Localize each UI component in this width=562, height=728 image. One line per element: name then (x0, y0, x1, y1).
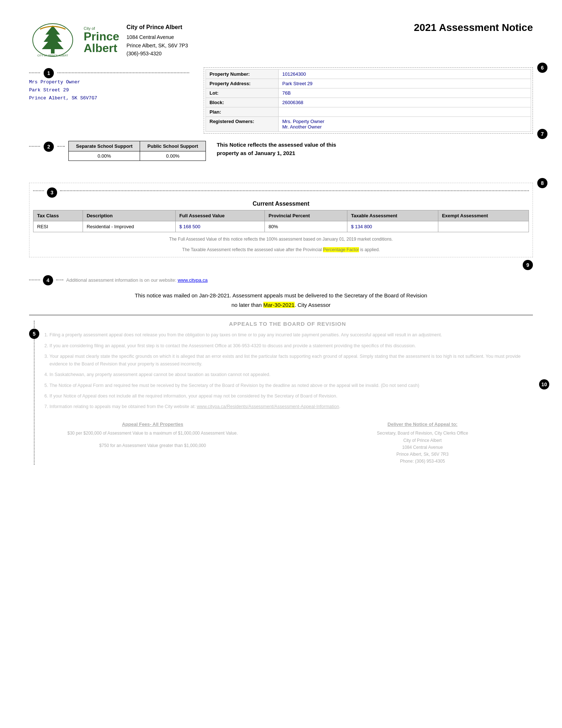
deliver-text: Secretary, Board of Revision, City Clerk… (312, 430, 533, 465)
property-owners-row: Registered Owners: Mrs. Poperty Owner Mr… (206, 117, 531, 132)
fee-section: Appeal Fees- All Properties $30 per $200… (42, 422, 533, 465)
city-logo: CITY OF PRINCE ALBERT (29, 22, 76, 58)
dotted-line-3-2 (60, 190, 529, 191)
school-table: Separate School Support Public School Su… (68, 141, 206, 161)
property-address-label: Property Address: (206, 79, 279, 88)
badge-5-col: 5 (29, 321, 39, 465)
badge-7: 7 (537, 129, 547, 139)
city-name-logo: City of PrinceAlbert (84, 26, 119, 54)
property-lot-label: Lot: (206, 88, 279, 98)
additional-info-row: 4 Additional assessment information is o… (29, 274, 533, 285)
owner-2: Mr. Another Owner (282, 124, 527, 130)
svg-text:CITY OF PRINCE ALBERT: CITY OF PRINCE ALBERT (37, 54, 68, 57)
badge-5: 5 (29, 329, 39, 339)
separate-school-header: Separate School Support (69, 141, 140, 151)
appeal-website-link[interactable]: www.citypa.ca/Residents/Assessment/Asses… (197, 404, 339, 409)
appeal-item-6: If your Notice of Appeal does not includ… (49, 392, 533, 400)
appeals-list: Filing a property assessment appeal does… (42, 331, 533, 411)
dotted-line-school-1 (29, 146, 40, 147)
badge-1: 1 (44, 68, 54, 78)
property-owners-label: Registered Owners: (206, 117, 279, 132)
owner-1: Mrs. Poperty Owner (282, 119, 527, 124)
fee-text-1: $30 per $200,000 of Assessment Value to … (42, 430, 263, 437)
row-tax-class: RESI (33, 221, 83, 232)
dotted-line-1 (29, 72, 40, 73)
owner-street: Park Street 29 (29, 86, 189, 94)
dotted-4-1 (29, 280, 40, 280)
owner-address: Mrs Property Owner Park Street 29 Prince… (29, 78, 189, 102)
dotted-5-top (34, 321, 35, 328)
appeal-item-3: Your appeal must clearly state the speci… (49, 353, 533, 368)
school-table-container: Separate School Support Public School Su… (68, 141, 206, 161)
svg-marker-1 (42, 25, 64, 49)
city-name: City of Prince Albert (127, 23, 188, 32)
logo-area: CITY OF PRINCE ALBERT City of PrinceAlbe… (29, 22, 188, 58)
property-table-area: 6 Property Number: 101264300 Property Ad… (204, 67, 533, 134)
row-description: Residential - Improved (83, 221, 176, 232)
appeals-content: 10 APPEALS TO THE BOARD OF REVISION Fili… (42, 321, 533, 465)
city-address-1: 1084 Central Avenue (127, 33, 188, 41)
property-block-label: Block: (206, 98, 279, 107)
website-link[interactable]: www.citypa.ca (178, 277, 207, 283)
property-number-value: 101264300 (279, 70, 531, 79)
col-taxable: Taxable Assessment (347, 210, 438, 221)
property-number-label: Property Number: (206, 70, 279, 79)
row-full-value: $ 168 500 (175, 221, 264, 232)
badge-10: 10 (539, 379, 549, 389)
assessment-title: Current Assessment (33, 201, 529, 207)
dotted-line-2 (57, 72, 189, 73)
fee-title-left: Appeal Fees- All Properties (42, 422, 263, 427)
additional-text: Additional assessment information is on … (66, 277, 208, 283)
public-school-header: Public School Support (140, 141, 206, 151)
assessment-container: 8 3 Current Assessment Tax Class Descrip… (29, 183, 533, 257)
badge-2: 2 (44, 142, 54, 152)
badge-3: 3 (47, 187, 57, 198)
col-tax-class: Tax Class (33, 210, 83, 221)
appeals-title: APPEALS TO THE BOARD OF REVISION (42, 321, 533, 327)
section-divider (29, 315, 533, 315)
city-address-2: Prince Albert, SK, S6V 7P3 (127, 41, 188, 50)
property-table: Property Number: 101264300 Property Addr… (206, 69, 531, 132)
header-section: CITY OF PRINCE ALBERT City of PrinceAlbe… (29, 22, 533, 58)
col-exempt: Exempt Assessment (438, 210, 529, 221)
dotted-5-bottom (34, 339, 35, 465)
notice-title: 2021 Assessment Notice (188, 22, 533, 33)
property-lot-row: Lot: 76B (206, 88, 531, 98)
col-description: Description (83, 210, 176, 221)
property-address-value: Park Street 29 (279, 79, 531, 88)
property-address-row: Property Address: Park Street 29 (206, 79, 531, 88)
school-section: 2 Separate School Support Public School … (29, 141, 533, 161)
property-plan-value (279, 107, 531, 117)
badge-4: 4 (43, 275, 53, 285)
badge-row-1: 1 (29, 67, 189, 78)
owner-section: 1 Mrs Property Owner Park Street 29 Prin… (29, 67, 189, 134)
appeal-item-2: If you are considering filing an appeal,… (49, 342, 533, 350)
assessment-table: Tax Class Description Full Assessed Valu… (33, 210, 529, 232)
city-phone: (306)-953-4320 (127, 50, 188, 58)
appeal-item-4: In Saskatchewan, any property assessment… (49, 371, 533, 379)
property-dashed-box: Property Number: 101264300 Property Addr… (204, 67, 533, 134)
school-notice-text: This Notice reflects the assessed value … (210, 141, 355, 157)
col-full-value: Full Assessed Value (175, 210, 264, 221)
property-plan-label: Plan: (206, 107, 279, 117)
assessment-dashed-box: 3 Current Assessment Tax Class Descripti… (29, 183, 533, 257)
public-school-value: 0.00% (140, 151, 206, 161)
fee-text-2: $750 for an Assessment Value greater tha… (42, 442, 263, 449)
dotted-line-3-1 (33, 190, 44, 191)
appeal-item-5: The Notice of Appeal Form and required f… (49, 382, 533, 389)
separate-school-value: 0.00% (69, 151, 140, 161)
appeal-item-7: Information relating to appeals may be o… (49, 403, 533, 411)
property-owners-value: Mrs. Poperty Owner Mr. Another Owner (279, 117, 531, 132)
footnote-2: The Taxable Assessment reflects the asse… (33, 246, 529, 253)
row-taxable: $ 134 800 (347, 221, 438, 232)
prince-albert-text: PrinceAlbert (84, 31, 119, 54)
badge-6: 6 (537, 63, 547, 73)
main-layout: 1 Mrs Property Owner Park Street 29 Prin… (29, 67, 533, 134)
badge-3-row: 3 (33, 187, 529, 198)
mailed-notice: This notice was mailed on Jan-28-2021. A… (29, 291, 533, 309)
property-block-row: Block: 26006368 (206, 98, 531, 107)
appeal-deadline: Mar-30-2021 (263, 302, 295, 308)
appeal-item-1: Filing a property assessment appeal does… (49, 331, 533, 339)
appeals-row: 5 10 APPEALS TO THE BOARD OF REVISION Fi… (29, 321, 533, 465)
footnote-1: The Full Assessed Value of this notice r… (33, 236, 529, 243)
